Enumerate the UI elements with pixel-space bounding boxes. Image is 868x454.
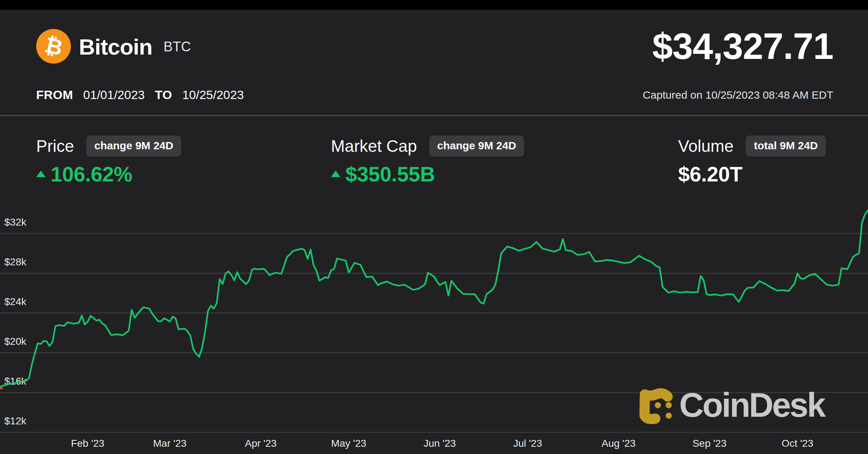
stat-volume-badge: total 9M 24D: [746, 136, 826, 157]
stat-price: Price change 9M 24D 106.62%: [36, 134, 181, 184]
x-tick-label: Jul '23: [513, 438, 542, 449]
captured-timestamp: Captured on 10/25/2023 08:48 AM EDT: [643, 89, 833, 101]
stat-price-label: Price: [36, 136, 74, 156]
from-label: FROM: [36, 88, 73, 102]
stat-market-cap: Market Cap change 9M 24D $350.55B: [331, 134, 524, 184]
x-tick-label: Mar '23: [153, 438, 187, 449]
stat-volume-value-row: $6.20T: [678, 163, 826, 184]
coin-symbol: BTC: [163, 39, 191, 55]
stat-market-cap-label: Market Cap: [331, 136, 417, 156]
stat-volume-value: $6.20T: [678, 162, 743, 186]
x-tick-label: Sep '23: [693, 438, 727, 449]
coindesk-mark-dot: [666, 413, 672, 419]
x-tick-label: May '23: [331, 438, 366, 449]
bitcoin-b-glyph: ₿: [42, 34, 64, 59]
coindesk-logo-text: CoinDesk: [679, 388, 825, 422]
from-date: 01/01/2023: [83, 88, 145, 102]
y-tick-label: $28k: [4, 256, 27, 267]
stat-price-badge: change 9M 24D: [86, 136, 181, 157]
stat-market-cap-badge: change 9M 24D: [429, 136, 524, 157]
stat-volume-head: Volume total 9M 24D: [678, 134, 826, 158]
x-tick-label: Feb '23: [71, 438, 105, 449]
x-tick-label: Jun '23: [424, 438, 456, 449]
stat-market-cap-value-row: $350.55B: [331, 163, 524, 184]
to-label: TO: [155, 88, 172, 102]
arrow-up-icon: [36, 171, 46, 177]
x-tick-label: Aug '23: [601, 438, 635, 449]
stat-price-head: Price change 9M 24D: [36, 134, 181, 158]
top-black-bar: [0, 0, 868, 10]
header-divider: [0, 115, 868, 116]
date-range-row: FROM 01/01/2023 TO 10/25/2023: [36, 88, 244, 102]
y-tick-label: $32k: [4, 217, 27, 228]
stat-market-cap-value: $350.55B: [345, 162, 435, 186]
y-tick-label: $24k: [4, 296, 27, 307]
to-date: 10/25/2023: [182, 88, 244, 102]
x-tick-label: Oct '23: [782, 438, 813, 449]
stat-price-value: 106.62%: [51, 162, 132, 186]
coindesk-mark-dot: [666, 402, 672, 408]
y-tick-label: $12k: [4, 415, 27, 427]
stat-volume-label: Volume: [678, 136, 733, 156]
x-tick-label: Apr '23: [245, 438, 277, 449]
arrow-up-icon: [331, 171, 340, 177]
stat-volume: Volume total 9M 24D $6.20T: [678, 134, 826, 184]
stat-price-value-row: 106.62%: [36, 163, 181, 184]
stat-market-cap-head: Market Cap change 9M 24D: [331, 134, 524, 158]
coindesk-mark-dot: [655, 402, 661, 408]
bitcoin-logo-icon: ₿: [36, 29, 71, 64]
coindesk-bitcoin-price-card: ₿ Bitcoin BTC FROM 01/01/2023 TO 10/25/2…: [0, 0, 868, 454]
price-line-series: [0, 210, 868, 387]
current-price: $34,327.71: [652, 25, 834, 68]
coin-name: Bitcoin: [79, 34, 152, 60]
y-tick-label: $20k: [4, 336, 27, 347]
